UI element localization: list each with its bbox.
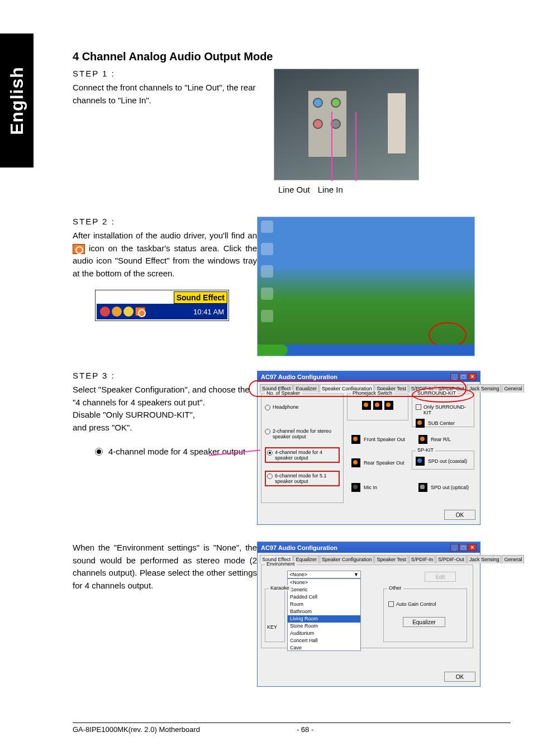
- tab-speaker-configuration[interactable]: Speaker Configuration: [320, 555, 374, 563]
- caption-line-in: Line In: [318, 185, 343, 194]
- jack-rear-out: [351, 458, 360, 467]
- caption-line-out: Line Out: [278, 185, 310, 194]
- checkbox-only-surround-kit[interactable]: Only SURROUND-KIT: [416, 404, 470, 415]
- callout-line-in: [355, 112, 356, 181]
- audio-port-panel: [308, 90, 347, 157]
- desktop-icon: [261, 288, 273, 300]
- tab-general[interactable]: General: [502, 555, 524, 563]
- label-rear-speaker-out: Rear Speaker Out: [364, 460, 404, 466]
- label-spd-coax: SPD out (coaxial): [428, 458, 467, 464]
- tab-general[interactable]: General: [502, 384, 524, 393]
- tray-icon-2: [112, 307, 122, 317]
- phonejack-switch-group: Phonejack Switch: [347, 394, 408, 420]
- ac97-dialog-speaker-config: AC97 Audio Configuration _ □ × Sound Eff…: [257, 371, 480, 525]
- no-of-speaker-group: No. of Speaker Headphone 2-channel mode …: [261, 394, 344, 503]
- tab-speaker-test[interactable]: Speaker Test: [374, 555, 408, 563]
- radio-icon: [95, 448, 103, 456]
- radio-callout-label: 4-channel mode for 4 speaker output: [108, 446, 245, 457]
- environment-group: Environment <None>▼ <None>GenericPadded …: [261, 564, 473, 648]
- desktop-icon: [261, 310, 273, 322]
- edit-button[interactable]: Edit: [425, 572, 456, 582]
- maximize-button[interactable]: □: [459, 544, 468, 551]
- sound-effect-tray-icon: [73, 244, 85, 254]
- jack-front-out: [351, 435, 360, 444]
- ok-button[interactable]: OK: [444, 510, 475, 520]
- tray-icon-3: [123, 307, 134, 317]
- ac97-dialog-sound-effect: AC97 Audio Configuration _ □ × Sound Eff…: [257, 542, 480, 687]
- radio-6channel[interactable]: 6-channel mode for 5.1 speaker output: [265, 471, 340, 486]
- jack-icon: [416, 419, 425, 428]
- environment-dropdown[interactable]: <None>▼: [287, 571, 361, 578]
- maximize-button[interactable]: □: [459, 373, 468, 380]
- four-channel-radio-callout: 4-channel mode for 4 speaker output: [95, 446, 257, 457]
- label-spd-optical: SPD out (optical): [431, 485, 469, 490]
- tray-icon-1: [100, 307, 110, 317]
- tray-time: 10:41 AM: [193, 308, 224, 316]
- key-label: KEY: [267, 624, 277, 630]
- sound-effect-tooltip-image: Sound Effect 10:41 AM: [95, 290, 229, 321]
- group-title-environment: Environment: [265, 561, 297, 567]
- step1-text: Connect the front channels to "Line Out"…: [73, 82, 274, 107]
- tab-spdif-in[interactable]: S/PDIF-In: [409, 555, 436, 563]
- language-tab: English: [0, 34, 34, 168]
- jack-mic-in: [351, 483, 360, 492]
- close-button[interactable]: ×: [468, 544, 477, 551]
- tab-jack-sensing[interactable]: Jack Sensing: [467, 555, 502, 563]
- taskbar: [258, 344, 474, 356]
- radio-4channel[interactable]: 4-channel mode for 4 speaker output: [265, 447, 340, 463]
- desktop-screenshot: [257, 217, 475, 356]
- jack-spd-optical: [418, 483, 427, 492]
- minimize-button[interactable]: _: [450, 544, 459, 551]
- step3-text-b: Disable "Only SURROUND-KIT",: [73, 409, 257, 422]
- equalizer-button[interactable]: Equalizer: [403, 617, 445, 627]
- karaoke-group: Karaoke: [265, 588, 285, 642]
- start-button: [258, 344, 288, 356]
- expansion-slot: [387, 93, 406, 154]
- desktop-icon: [261, 221, 273, 233]
- label-rear-rl: Rear R/L: [431, 437, 451, 442]
- jack-rear-rl: [418, 435, 427, 444]
- step4-text: When the "Environment settings" is "None…: [73, 542, 257, 592]
- footer-page-number: - 68 -: [297, 725, 313, 734]
- page-heading: 4 Channel Analog Audio Output Mode: [73, 50, 511, 63]
- step2-label: STEP 2 :: [73, 217, 257, 226]
- other-group: Other Auto Gain Control Equalizer: [383, 588, 467, 642]
- step3-text-a: Select "Speaker Configuration", and choo…: [73, 384, 257, 409]
- dialog-title: AC97 Audio Configuration: [261, 544, 337, 551]
- desktop-icon: [261, 265, 273, 277]
- phonejack-icon: [373, 401, 382, 410]
- step2-text-b: icon on the taskbar's status area. Click…: [73, 243, 257, 278]
- step2-text-a: After installation of the audio driver, …: [73, 231, 257, 240]
- callout-line-out: [331, 112, 332, 181]
- phonejack-icon: [362, 401, 371, 410]
- label-sub-center: SUB Center: [428, 420, 455, 426]
- close-button[interactable]: ×: [468, 373, 477, 380]
- footer-product: GA-8IPE1000MK(rev. 2.0) Motherboard: [73, 725, 200, 734]
- sound-effect-callout: Sound Effect: [174, 291, 227, 304]
- tray-sound-icon: [135, 307, 145, 316]
- ok-button[interactable]: OK: [444, 672, 475, 682]
- tab-jack-sensing[interactable]: Jack Sensing: [467, 384, 502, 393]
- phonejack-icon: [384, 401, 393, 410]
- step1-label: STEP 1 :: [73, 69, 274, 78]
- jack-spd-coax: [416, 457, 425, 466]
- desktop-icon: [261, 243, 273, 255]
- minimize-button[interactable]: _: [450, 373, 459, 380]
- radio-2channel[interactable]: 2-channel mode for stereo speaker output: [265, 428, 340, 439]
- checkbox-auto-gain[interactable]: Auto Gain Control: [388, 601, 467, 607]
- environment-options-list[interactable]: <None>GenericPadded CellRoomBathroomLivi…: [287, 578, 361, 651]
- group-title-spkit: SP-KIT: [416, 447, 435, 453]
- pc-back-panel-image: [274, 69, 419, 180]
- step3-text-c: and press "OK".: [73, 422, 257, 434]
- port-mic: [313, 119, 323, 129]
- tab-spdif-out[interactable]: S/PDIF-Out: [436, 555, 467, 563]
- language-label: English: [7, 66, 27, 135]
- port-line-out: [331, 98, 341, 108]
- radio-headphone[interactable]: Headphone: [265, 404, 340, 410]
- label-front-speaker-out: Front Speaker Out: [364, 437, 405, 442]
- label-mic-in: Mic In: [364, 485, 377, 490]
- port-line-in: [313, 98, 323, 108]
- sp-kit-group: SP-KIT SPD out (coaxial): [412, 451, 474, 470]
- highlight-tabs: [249, 380, 467, 397]
- tab-equalizer[interactable]: Equalizer: [293, 555, 319, 563]
